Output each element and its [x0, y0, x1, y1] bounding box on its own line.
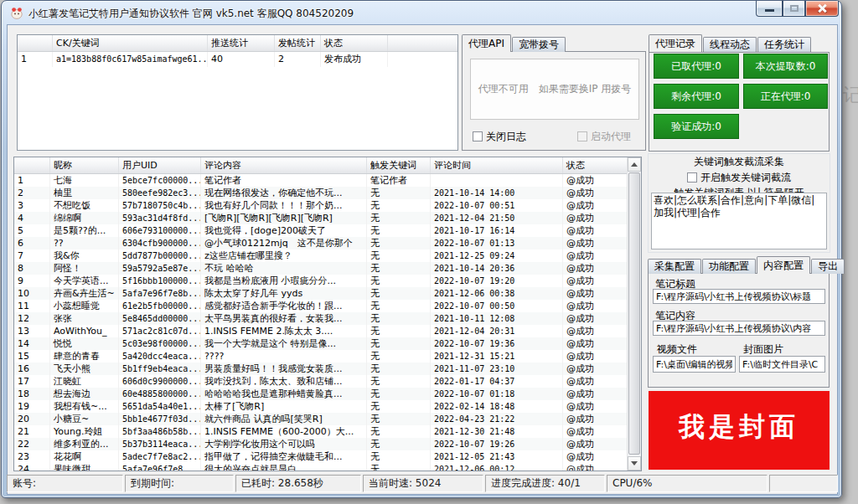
ck-header-keyword[interactable]: CK/关键词: [53, 35, 208, 51]
header-keyword[interactable]: 触发关键词: [367, 157, 431, 173]
note-content-input[interactable]: [653, 321, 825, 336]
tab-thread-status[interactable]: 线程动态: [703, 37, 757, 52]
time-cell: 2022-10-07 19:20: [431, 275, 563, 287]
close-log-checkbox-box[interactable]: [473, 131, 483, 141]
uid-cell: 580eefe982ec3...: [119, 187, 201, 199]
scroll-down-button[interactable]: [628, 456, 641, 471]
keyword-cell: 无: [367, 337, 431, 350]
ck-header-status[interactable]: 状态: [321, 35, 388, 51]
titlebar[interactable]: 小红薯发笔记艾特用户通知协议软件 官网 vk5.net 客服QQ 8045202…: [2, 1, 841, 24]
scroll-up-button[interactable]: [628, 157, 641, 172]
table-row[interactable]: 4 绵绵啊 593ac31d4f8fd... [飞吻R][飞吻R][飞吻R][飞…: [14, 212, 627, 224]
keyword-capture-group: 关键词触发截流采集 开启触发关键词截流 触发关键词列表 以| 符号隔开 喜欢|怎…: [648, 153, 830, 253]
close-log-checkbox[interactable]: 关闭日志: [473, 127, 526, 144]
partial-table-row[interactable]: 24 果味微甜 5afa7e96f7e8... 很大的兴奋点就是显白 无 202…: [14, 463, 627, 471]
ck-table-row[interactable]: 1 a1=183b88f0c617w85aimafwge61... 40 2 发…: [18, 52, 457, 67]
start-proxy-checkbox-box[interactable]: [577, 131, 587, 141]
table-row[interactable]: 13 AoWithYou_ 571ac2c81c07d... 1.INSIS F…: [14, 325, 627, 337]
minimize-button[interactable]: [756, 1, 783, 17]
table-row[interactable]: 22 维多利亚的... 5b37b3114eaca... 大学刚学化妆用这个可以…: [14, 438, 627, 450]
uid-cell: 606e793100000...: [119, 224, 201, 237]
fetched-proxy-button[interactable]: 已取代理:0: [654, 54, 739, 79]
video-file-input[interactable]: [653, 356, 736, 373]
close-log-label: 关闭日志: [486, 131, 526, 142]
table-row[interactable]: 18 想去海边 60e4885800000... 哈哈哈哈我也是遮那种蜡黄脸真.…: [14, 388, 627, 400]
vertical-scrollbar[interactable]: [627, 157, 641, 471]
tab-proxy-api[interactable]: 代理API: [462, 34, 511, 52]
tab-content-config[interactable]: 内容配置: [757, 256, 810, 274]
nickname-cell: 我&你: [50, 249, 119, 262]
uid-cell: 5bf3aa486b58b...: [119, 425, 201, 438]
table-row[interactable]: 23 花花啊 5adec7f7e8ac2... 指甲做了，记得抽空来做睫毛和..…: [14, 450, 627, 463]
extract-count-button[interactable]: 本次提取数:0: [743, 54, 828, 79]
maximize-button[interactable]: [783, 1, 805, 17]
tab-function-config[interactable]: 功能配置: [702, 259, 756, 274]
table-row[interactable]: 19 我想有钱~... 5651da54a40e1... 太棒了[飞吻R] 无 …: [14, 400, 627, 413]
active-proxy-button[interactable]: 正在代理:0: [743, 84, 828, 109]
table-row[interactable]: 9 今天学英语... 5f16bbb100000... 我都是当粉底液用 小瑕疵…: [14, 275, 627, 287]
ck-push-cell: 40: [208, 52, 275, 67]
table-row[interactable]: 11 小蕊想睡觉 61e2b5fb00000... 感觉都好适合新手学化妆的！跟…: [14, 300, 627, 312]
ck-post-cell: 2: [275, 52, 321, 67]
tab-broadband-dial[interactable]: 宽带拨号: [512, 37, 566, 52]
keyword-cell: 无: [367, 187, 431, 199]
note-title-input[interactable]: [653, 289, 825, 304]
header-time[interactable]: 评论时间: [431, 157, 563, 173]
keyword-list-textarea[interactable]: 喜欢|怎么联系|合作|意向|下单|微信|加我|代理|合作: [651, 193, 827, 249]
tab-proxy-record[interactable]: 代理记录: [649, 34, 702, 52]
keyword-cell: 无: [367, 275, 431, 287]
cover-preview[interactable]: 我是封面: [649, 391, 830, 470]
table-row[interactable]: 15 肆意的青春 5a420dcc4eaca... ???? 无 2021-12…: [14, 350, 627, 363]
status-cell: @成功: [563, 375, 625, 388]
remaining-proxy-button[interactable]: 剩余代理:0: [654, 84, 739, 109]
status-cell: @成功: [563, 425, 625, 438]
status-cpu: CPU/6%: [607, 475, 768, 492]
status-empty: [769, 475, 838, 492]
tab-capture-config[interactable]: 采集配置: [648, 259, 701, 274]
tab-export[interactable]: 导出: [811, 259, 845, 274]
time-cell: [431, 174, 563, 187]
row-number: 7: [14, 249, 50, 262]
ck-header-num[interactable]: [18, 35, 53, 51]
table-row[interactable]: 17 江晓虹 606d0c9900000... 我咋没找到，陈太太、致和店铺..…: [14, 375, 627, 388]
scrollbar-thumb[interactable]: [628, 172, 640, 455]
header-status[interactable]: 状态: [563, 157, 625, 173]
keyword-cell: 无: [367, 262, 431, 275]
table-row[interactable]: 16 飞天小熊 5b1ff9eb4eaca... 男装质量好吗！！我感觉女装质.…: [14, 363, 627, 375]
table-row[interactable]: 7 我&你 5dd7877b00000... z这些店铺在哪里搜？ 无 2021…: [14, 249, 627, 262]
table-row[interactable]: 21 Young.玲姐 5bf3aa486b58b... 1.INSIS FEM…: [14, 425, 627, 438]
close-button[interactable]: [805, 1, 839, 17]
uid-cell: 57b7180750c4b...: [119, 199, 201, 212]
keyword-toggle-checkbox-box[interactable]: [687, 172, 697, 183]
cover-image-input[interactable]: [739, 356, 825, 373]
table-row[interactable]: 3 不想吃饭 57b7180750c4b... 我也有好几个同款！！！那个奶..…: [14, 199, 627, 212]
table-row[interactable]: 14 悦悦 5c03e98f00000... 我一个大学就是这个 特别是像...…: [14, 337, 627, 350]
header-uid[interactable]: 用户UID: [119, 157, 201, 173]
ck-table: CK/关键词 推送统计 发帖统计 状态 1 a1=183b88f0c617w85…: [17, 34, 458, 151]
tab-task-stats[interactable]: 任务统计: [757, 37, 811, 52]
ck-status-cell: 发布成功: [321, 52, 388, 67]
nickname-cell: 绵绵啊: [50, 212, 119, 224]
table-row[interactable]: 2 柚里 580eefe982ec3... 现在网络很发达，你确定他不玩... …: [14, 187, 627, 199]
table-row[interactable]: 20 小糖豆~ 5bb1e4677f03d... 就六件商品 认真的吗[笑哭R]…: [14, 413, 627, 425]
ck-header-push[interactable]: 推送统计: [208, 35, 275, 51]
table-row[interactable]: 1 七海 5ebce7fc00000... 笔记作者 笔记作者 @成功: [14, 174, 627, 187]
nickname-cell: 果味微甜: [50, 463, 119, 471]
table-row[interactable]: 12 张张 5e8465dd00000... 太平鸟男装真的很好看，女装我...…: [14, 312, 627, 325]
verified-proxy-button[interactable]: 验证成功:0: [654, 114, 739, 139]
status-cell: @成功: [563, 350, 625, 363]
header-num[interactable]: [14, 157, 50, 173]
time-cell: 2021-10-17 16:14: [431, 224, 563, 237]
ck-header-post[interactable]: 发帖统计: [275, 35, 321, 51]
table-row[interactable]: 6 ?? 6304cfb900000... @小气球01212mjq 这不是你那…: [14, 237, 627, 249]
table-row[interactable]: 5 是5颗??的... 606e793100000... 我也觉得，[doge]…: [14, 224, 627, 237]
table-row[interactable]: 8 阿怪！ 59a5792a5e87e... 不玩 哈哈哈 无 2021-10-…: [14, 262, 627, 275]
comment-cell: @小气球01212mjq 这不是你那个: [201, 237, 367, 249]
header-comment[interactable]: 评论内容: [201, 157, 367, 173]
table-row[interactable]: 10 卉画&卉生活~ 5afa7e96f7e8b... 陈太太穿了好几年 yyd…: [14, 287, 627, 300]
start-proxy-checkbox[interactable]: 启动代理: [577, 127, 631, 144]
row-number: 15: [14, 350, 50, 363]
keyword-toggle[interactable]: 开启触发关键词截流: [649, 171, 830, 185]
header-nickname[interactable]: 昵称: [50, 157, 119, 173]
status-cell: @成功: [563, 249, 625, 262]
